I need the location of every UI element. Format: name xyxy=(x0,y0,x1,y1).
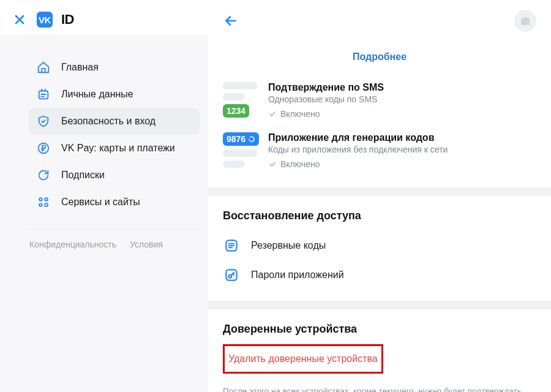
sidebar-item-security[interactable]: Безопасность и вход xyxy=(28,108,200,135)
terms-link[interactable]: Условия xyxy=(130,239,163,249)
two-factor-card: Подробнее 1234 Подтверждение по SMS Одно… xyxy=(208,37,551,187)
recovery-heading: Восстановление доступа xyxy=(208,196,551,231)
svg-rect-5 xyxy=(45,203,48,206)
avatar[interactable] xyxy=(514,10,536,32)
row-label: Резервные коды xyxy=(251,240,326,251)
privacy-link[interactable]: Конфиденциальность xyxy=(29,239,116,249)
list-icon xyxy=(223,237,240,254)
shield-icon xyxy=(37,115,50,128)
refresh-icon xyxy=(37,168,50,182)
sidebar-item-vkpay[interactable]: VK Pay: карты и платежи xyxy=(28,135,200,162)
back-button[interactable] xyxy=(223,13,239,29)
sidebar-item-services[interactable]: Сервисы и сайты xyxy=(28,189,200,216)
home-icon xyxy=(37,61,50,74)
sms-thumb: 1234 xyxy=(223,82,257,118)
sidebar-item-home[interactable]: Главная xyxy=(28,54,200,81)
sidebar-item-subscriptions[interactable]: Подписки xyxy=(28,162,200,189)
id-card-icon xyxy=(37,88,50,101)
sidebar-footer-links: Конфиденциальность Условия xyxy=(0,239,208,249)
svg-point-4 xyxy=(39,203,42,206)
remove-trusted-devices-button[interactable]: Удалить доверенные устройства xyxy=(223,344,383,374)
recovery-card: Восстановление доступа Резервные коды Па… xyxy=(208,196,551,301)
sidebar-item-label: Подписки xyxy=(61,170,105,181)
trusted-hint: После этого на всех устройствах, кроме т… xyxy=(208,380,551,392)
method-status: Включено xyxy=(268,109,536,119)
sidebar-header: VK ID xyxy=(0,0,208,34)
method-app[interactable]: 9876 Приложение для генерации кодов Коды… xyxy=(208,127,551,180)
svg-point-2 xyxy=(39,198,42,201)
sidebar-item-label: Личные данные xyxy=(61,89,133,100)
key-icon xyxy=(223,266,240,284)
sidebar: VK ID Главная Личные данные Безопасно xyxy=(0,0,208,392)
main-header xyxy=(208,0,551,37)
app-badge: 9876 xyxy=(223,132,259,146)
backup-codes-row[interactable]: Резервные коды xyxy=(208,231,551,260)
app-passwords-row[interactable]: Пароли приложений xyxy=(208,260,551,290)
grid-icon xyxy=(37,195,50,209)
method-body: Приложение для генерации кодов Коды из п… xyxy=(268,132,536,169)
row-label: Пароли приложений xyxy=(251,270,344,281)
sidebar-item-label: Главная xyxy=(61,62,99,73)
close-icon[interactable] xyxy=(11,11,28,28)
vk-logo-icon: VK xyxy=(37,12,53,28)
method-subtitle: Коды из приложения без подключения к сет… xyxy=(268,145,536,154)
svg-point-3 xyxy=(45,198,48,201)
sidebar-divider xyxy=(28,229,200,230)
method-title: Подтверждение по SMS xyxy=(268,82,536,93)
sidebar-item-label: VK Pay: карты и платежи xyxy=(61,143,175,154)
app-root: VK ID Главная Личные данные Безопасно xyxy=(0,0,551,392)
method-subtitle: Одноразовые коды по SMS xyxy=(268,94,536,104)
sidebar-nav: Главная Личные данные Безопасность и вхо… xyxy=(0,34,208,216)
method-sms[interactable]: 1234 Подтверждение по SMS Одноразовые ко… xyxy=(208,77,551,127)
sms-badge: 1234 xyxy=(223,104,249,118)
status-label: Включено xyxy=(280,109,320,119)
more-link[interactable]: Подробнее xyxy=(208,37,551,77)
status-label: Включено xyxy=(280,159,320,169)
ruble-icon xyxy=(37,141,50,155)
sidebar-item-personal[interactable]: Личные данные xyxy=(28,81,200,108)
method-status: Включено xyxy=(268,159,536,169)
method-body: Подтверждение по SMS Одноразовые коды по… xyxy=(268,82,536,119)
trusted-devices-card: Доверенные устройства Удалить доверенные… xyxy=(208,309,551,392)
method-title: Приложение для генерации кодов xyxy=(268,132,536,143)
main-content: Подробнее 1234 Подтверждение по SMS Одно… xyxy=(208,0,551,392)
brand-word: ID xyxy=(61,12,74,28)
app-thumb: 9876 xyxy=(223,132,257,172)
sidebar-item-label: Сервисы и сайты xyxy=(61,197,140,208)
trusted-heading: Доверенные устройства xyxy=(208,309,551,344)
sidebar-item-label: Безопасность и вход xyxy=(61,116,156,127)
